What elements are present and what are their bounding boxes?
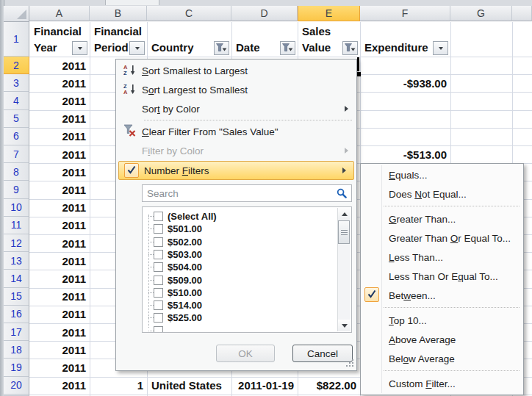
cell-A19[interactable]: 2011	[62, 361, 86, 375]
checkbox[interactable]	[154, 237, 163, 247]
filter-button-C[interactable]	[214, 41, 229, 55]
list-scrollbar[interactable]	[337, 208, 351, 331]
checkbox[interactable]	[154, 326, 163, 333]
cell-A8[interactable]: 2011	[62, 165, 86, 179]
row-header-18[interactable]: 18	[4, 341, 29, 359]
row-header-13[interactable]: 13	[4, 252, 29, 270]
cell-A6[interactable]: 2011	[62, 129, 86, 143]
dropdown-button-F[interactable]	[433, 41, 448, 55]
submenu-item-greater-than[interactable]: Greater Than...	[362, 209, 522, 228]
column-header-F[interactable]: F	[360, 6, 450, 21]
submenu-item-greater-than-or-equal-to[interactable]: Greater Than Or Equal To...	[362, 228, 522, 248]
row-header-3[interactable]: 3	[4, 74, 29, 92]
submenu-item-equals[interactable]: Equals...	[362, 165, 522, 184]
cell-E20[interactable]: $822.00	[317, 378, 356, 392]
row-header-12[interactable]: 12	[4, 234, 29, 252]
cell-A18[interactable]: 2011	[62, 343, 86, 357]
list-item-$502.00[interactable]: $502.00	[143, 236, 326, 248]
cell-A11[interactable]: 2011	[62, 218, 86, 232]
submenu-item-between[interactable]: Between...	[362, 286, 522, 305]
row-header-20[interactable]: 20	[4, 377, 29, 395]
menu-item-clear-filter-from-sales-value[interactable]: Clear Filter From "Sales Value"	[117, 122, 356, 141]
cell-A15[interactable]: 2011	[62, 289, 86, 303]
menu-item-sort-by-color[interactable]: Sort by Color	[117, 99, 356, 118]
dropdown-button-A[interactable]	[72, 41, 87, 55]
checkbox[interactable]	[154, 313, 163, 323]
row-header-11[interactable]: 11	[4, 217, 29, 234]
column-header-D[interactable]: D	[231, 6, 298, 21]
row-header-19[interactable]: 19	[4, 359, 29, 376]
list-item-$510.00[interactable]: $510.00	[143, 287, 326, 299]
cell-B20[interactable]: 1	[137, 378, 143, 392]
cell-A2[interactable]: 2011	[62, 59, 86, 73]
submenu-item-does-not-equal[interactable]: Does Not Equal...	[362, 184, 522, 204]
cell-A13[interactable]: 2011	[62, 254, 86, 268]
menu-item-sort-smallest-to-largest[interactable]: AZSort Smallest to Largest	[117, 61, 356, 80]
row-header-5[interactable]: 5	[4, 110, 29, 128]
row-header-7[interactable]: 7	[4, 145, 29, 163]
cell-F3[interactable]: -$938.00	[403, 76, 447, 90]
checkbox[interactable]	[154, 262, 163, 272]
row-header-8[interactable]: 8	[4, 163, 29, 181]
row-header-17[interactable]: 17	[4, 323, 29, 341]
search-input[interactable]	[142, 184, 352, 202]
list-item-$504.00[interactable]: $504.00	[143, 261, 326, 273]
submenu-item-above-average[interactable]: Above Average	[362, 330, 522, 349]
filter-button-D[interactable]	[280, 41, 295, 55]
row-header-9[interactable]: 9	[4, 181, 29, 198]
checkbox[interactable]	[154, 276, 163, 285]
list-item-$501.00[interactable]: $501.00	[143, 223, 326, 235]
column-header-A[interactable]: A	[29, 6, 90, 21]
cell-A7[interactable]: 2011	[62, 148, 86, 162]
submenu-item-below-average[interactable]: Below Average	[362, 349, 522, 368]
submenu-item-custom-filter[interactable]: Custom Filter...	[362, 374, 522, 393]
list-item-$509.00[interactable]: $509.00	[143, 274, 326, 287]
checkbox[interactable]	[154, 212, 163, 221]
menu-item-filter-by-color[interactable]: Filter by Color	[117, 141, 356, 160]
cancel-button[interactable]: Cancel	[292, 345, 353, 362]
cell-A3[interactable]: 2011	[62, 76, 86, 90]
select-all-corner[interactable]	[4, 6, 29, 22]
row-header-1[interactable]: 1	[4, 22, 29, 57]
resize-grip-icon[interactable]	[345, 359, 354, 368]
row-header-2[interactable]: 2	[4, 57, 29, 74]
row-header-10[interactable]: 10	[4, 199, 29, 217]
column-header-C[interactable]: C	[147, 6, 231, 21]
cell-A10[interactable]: 2011	[62, 201, 86, 215]
row-header-16[interactable]: 16	[4, 306, 29, 323]
scroll-up-button[interactable]	[338, 208, 351, 220]
submenu-item-top-10[interactable]: Top 10...	[362, 311, 522, 330]
scrollbar-thumb[interactable]	[338, 220, 350, 244]
column-header-B[interactable]: B	[90, 6, 147, 21]
checkbox[interactable]	[154, 224, 163, 234]
row-header-4[interactable]: 4	[4, 92, 29, 109]
dropdown-button-B[interactable]	[129, 41, 145, 55]
cell-C20[interactable]: United States	[151, 378, 222, 392]
cell-A12[interactable]: 2011	[62, 237, 86, 251]
row-header-15[interactable]: 15	[4, 288, 29, 306]
list-item-partial[interactable]	[143, 325, 326, 333]
submenu-item-less-than-or-equal-to[interactable]: Less Than Or Equal To...	[362, 267, 522, 286]
list-item-(Select All)[interactable]: (Select All)	[143, 210, 326, 223]
filter-button-E[interactable]	[342, 41, 358, 55]
menu-item-sort-largest-to-smallest[interactable]: ZASort Largest to Smallest	[117, 80, 356, 99]
ok-button[interactable]: OK	[216, 345, 275, 362]
checkbox[interactable]	[154, 288, 163, 298]
cell-A9[interactable]: 2011	[62, 183, 86, 197]
checkbox[interactable]	[154, 250, 163, 259]
row-header-14[interactable]: 14	[4, 270, 29, 287]
cell-A5[interactable]: 2011	[62, 112, 86, 126]
list-item-$514.00[interactable]: $514.00	[143, 299, 326, 312]
cell-A4[interactable]: 2011	[62, 94, 86, 108]
cell-A17[interactable]: 2011	[62, 325, 86, 339]
column-header-E[interactable]: E	[298, 6, 360, 21]
checkbox[interactable]	[154, 300, 163, 310]
cell-A20[interactable]: 2011	[62, 378, 86, 392]
column-header-G[interactable]: G	[450, 6, 512, 21]
menu-item-number-filters[interactable]: Number Filters	[118, 161, 354, 180]
list-item-$503.00[interactable]: $503.00	[143, 248, 326, 261]
submenu-item-less-than[interactable]: Less Than...	[362, 248, 522, 267]
cell-A16[interactable]: 2011	[62, 307, 86, 321]
cell-D20[interactable]: 2011-01-19	[238, 378, 294, 392]
cell-A14[interactable]: 2011	[62, 272, 86, 286]
